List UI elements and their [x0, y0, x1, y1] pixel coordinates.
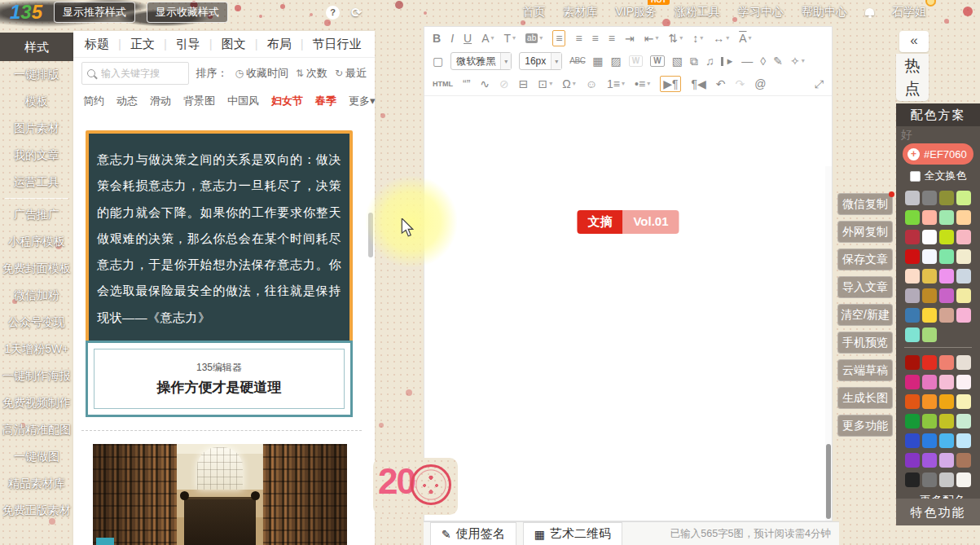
text-scale-icon[interactable]: A▾ [739, 33, 751, 44]
sidebar-item-poster-maker[interactable]: 一键制作海报 [0, 363, 73, 389]
align-justify-icon[interactable]: ≡ [609, 33, 615, 44]
tab-hotspot[interactable]: 热点 [896, 54, 929, 101]
color-swatch[interactable] [956, 269, 971, 283]
color-swatch[interactable] [939, 472, 954, 487]
action-button-cloud-draft[interactable]: 云端草稿 [837, 359, 893, 381]
color-swatch[interactable] [939, 230, 954, 244]
color-swatch[interactable] [956, 230, 971, 244]
color-swatch[interactable] [939, 249, 954, 264]
paragraph-spacing-icon[interactable]: ⇅▾ [668, 33, 683, 44]
color-swatch[interactable] [956, 472, 971, 487]
table-icon[interactable]: ▦ [592, 55, 603, 67]
color-swatch[interactable] [922, 472, 937, 487]
full-text-recolor-checkbox[interactable]: 全文换色 [896, 169, 980, 183]
color-swatch[interactable] [905, 308, 920, 323]
sidebar-item-operation-tools[interactable]: 运营工具 [0, 169, 73, 196]
search-input[interactable] [99, 67, 183, 80]
align-left-icon[interactable]: ≡ [552, 30, 565, 46]
background-image-icon[interactable]: ▨ [611, 55, 622, 67]
color-swatch[interactable] [939, 375, 954, 389]
color-swatch[interactable] [922, 327, 937, 342]
html-source-icon[interactable]: HTML [433, 81, 453, 88]
color-swatch[interactable] [939, 269, 954, 283]
unordered-list-icon[interactable]: •≡▾ [635, 78, 650, 90]
sidebar-item-ad-promotion[interactable]: 广告推广 [0, 201, 73, 228]
color-swatch[interactable] [922, 191, 937, 205]
color-swatch[interactable] [922, 453, 937, 468]
refresh-icon[interactable]: ⟳ [351, 5, 362, 20]
blockquote-icon[interactable]: “” [463, 78, 470, 90]
color-swatch[interactable] [905, 433, 920, 448]
action-button-phone-preview[interactable]: 手机预览 [837, 332, 893, 354]
bold-icon[interactable]: B [433, 33, 441, 44]
color-swatch[interactable] [922, 288, 937, 303]
sidebar-item-one-click-image[interactable]: 一键做图 [0, 443, 73, 470]
sidebar-item-fans-5w[interactable]: 1天增粉5W+ [0, 336, 73, 363]
color-swatch[interactable] [905, 210, 920, 225]
insert-music-icon[interactable]: ♫ [705, 55, 714, 67]
nav-item-account[interactable]: 石学姐 [892, 5, 926, 20]
mention-icon[interactable]: @ [754, 78, 766, 90]
horizontal-rule-icon[interactable]: — [741, 55, 753, 67]
color-swatch[interactable] [956, 308, 971, 323]
color-swatch[interactable] [956, 414, 971, 429]
style-tab[interactable]: 引导 [155, 37, 200, 52]
highlight-color-icon[interactable]: ab▾ [525, 33, 543, 43]
search-box[interactable] [81, 62, 189, 85]
text-template-icon[interactable]: ⊟ [519, 78, 529, 90]
color-swatch[interactable] [939, 210, 954, 225]
color-swatch[interactable] [922, 269, 937, 283]
ordered-list-icon[interactable]: 1≡▾ [607, 78, 625, 90]
action-button-long-image[interactable]: 生成长图 [837, 387, 893, 409]
color-swatch[interactable] [922, 414, 937, 429]
show-recommended-styles-button[interactable]: 显示推荐样式 [54, 2, 135, 23]
sidebar-item-image-assets[interactable]: 图片素材 [0, 115, 73, 142]
tag-filter[interactable]: 简约 [83, 94, 104, 108]
emoji-icon[interactable]: ☺ [586, 78, 597, 90]
rtl-paragraph-icon[interactable]: ¶◀ [691, 78, 705, 90]
color-swatch[interactable] [922, 394, 937, 409]
color-swatch[interactable] [922, 230, 937, 244]
color-swatch[interactable] [922, 375, 937, 389]
underline-icon[interactable]: U [464, 33, 472, 44]
letter-spacing-icon[interactable]: ↔▾ [713, 33, 729, 44]
sidebar-item-account-monetize[interactable]: 公众号变现 [0, 309, 73, 336]
color-swatch[interactable] [905, 394, 920, 409]
color-swatch[interactable] [939, 453, 954, 468]
color-swatch[interactable] [905, 375, 920, 389]
align-right-icon[interactable]: ≡ [592, 33, 599, 44]
tag-filter[interactable]: 滑动 [150, 94, 171, 108]
insert-link-icon[interactable]: ∿ [480, 78, 490, 90]
insert-image-icon[interactable]: ▧ [672, 55, 683, 67]
nav-item-vip[interactable]: VIP服务HOT [615, 5, 657, 20]
nav-item-learning[interactable]: 学习中心 [738, 5, 784, 20]
tag-filter[interactable]: 背景图 [183, 94, 215, 108]
nav-item-fans-tools[interactable]: 涨粉工具 [675, 5, 720, 20]
outdent-icon[interactable]: ⇤▾ [644, 33, 659, 44]
color-swatch[interactable] [922, 433, 937, 448]
word-import-icon[interactable]: W [650, 55, 664, 67]
color-swatch[interactable] [905, 414, 920, 429]
action-button-clear-new[interactable]: 清空/新建 [837, 304, 893, 326]
color-swatch[interactable] [956, 210, 971, 225]
sidebar-item-premium-assets[interactable]: 精品素材库 [0, 470, 73, 497]
color-swatch[interactable] [939, 288, 954, 303]
color-swatch[interactable] [922, 355, 937, 370]
font-family-select[interactable]: 微软雅黑▾ [450, 52, 512, 70]
nav-item-materials[interactable]: 素材库 [563, 5, 597, 20]
tag-filter[interactable]: 中国风 [227, 94, 259, 108]
action-button-more-features[interactable]: 更多功能 [837, 415, 893, 437]
color-swatch[interactable] [956, 433, 971, 448]
one-click-format-icon[interactable]: ✧▾ [790, 55, 805, 67]
color-swatch[interactable] [939, 308, 954, 323]
editor-scrollbar[interactable] [825, 166, 832, 521]
style-tab[interactable]: 布局 [246, 37, 292, 52]
tag-filter[interactable]: 春季 [315, 94, 336, 108]
color-swatch[interactable] [905, 327, 920, 342]
tag-filter[interactable]: 妇女节 [271, 94, 303, 108]
current-color-button[interactable]: + #EF7060 [903, 143, 973, 165]
sidebar-item-wechat-fans[interactable]: 微信加粉 [0, 282, 73, 309]
digest-badge[interactable]: 文摘 Vol.01 [577, 210, 679, 234]
action-button-wechat-copy[interactable]: 微信复制 [837, 193, 893, 215]
italic-icon[interactable]: I [450, 33, 454, 44]
